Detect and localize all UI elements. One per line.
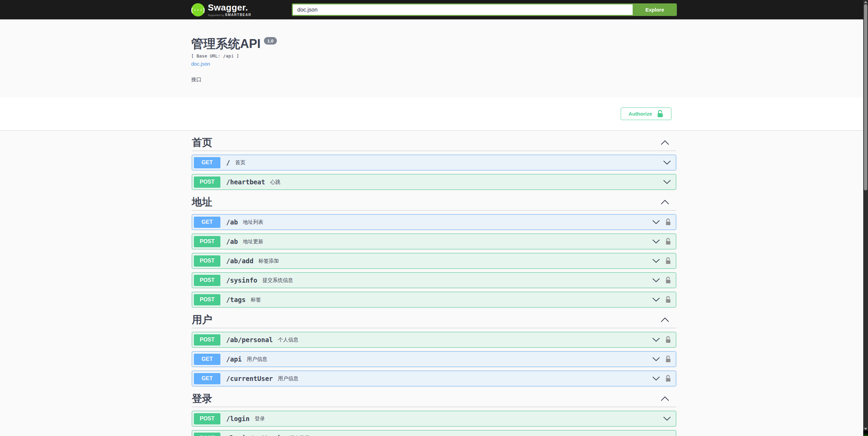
base-url: [ Base URL: /api ] — [191, 53, 677, 58]
endpoint-path: /ab — [226, 238, 238, 245]
endpoint-row[interactable]: GET/currentUser用户信息 — [192, 371, 676, 386]
endpoint-summary: 标签添加 — [258, 258, 279, 264]
endpoint-path: /login/outLogin — [226, 434, 285, 436]
endpoint-summary: 用户信息 — [278, 375, 298, 382]
method-badge: GET — [194, 157, 220, 168]
api-description: 接口 — [191, 77, 677, 83]
lock-icon[interactable] — [665, 375, 671, 382]
method-badge: GET — [194, 217, 220, 228]
tag-title: 登录 — [192, 392, 212, 405]
scrollbar-up-arrow[interactable] — [864, 1, 867, 3]
chevron-down-icon[interactable] — [663, 180, 671, 184]
endpoint-row[interactable]: POST/login/outLogin退出登录 — [192, 430, 676, 436]
endpoint-row[interactable]: POST/login登录 — [192, 411, 676, 426]
swagger-ui-page: {···} Swagger. Supported bySMARTBEAR Exp… — [0, 0, 868, 436]
chevron-down-icon[interactable] — [652, 337, 660, 342]
chevron-down-icon[interactable] — [652, 357, 660, 362]
spec-url-input[interactable] — [292, 3, 633, 16]
method-badge: POST — [194, 334, 220, 346]
chevron-down-icon[interactable] — [652, 239, 660, 244]
chevron-down-icon[interactable] — [652, 297, 660, 302]
endpoint-row[interactable]: POST/ab/personal个人信息 — [192, 332, 676, 348]
endpoint-summary: 心跳 — [270, 179, 280, 185]
chevron-up-icon[interactable] — [661, 200, 669, 205]
api-info-section: 管理系统API 1.0 [ Base URL: /api ] doc.json … — [186, 19, 682, 97]
scrollbar-corner-indicator — [863, 431, 868, 436]
endpoint-path: /ab — [226, 218, 238, 226]
scrollbar-down-arrow[interactable] — [864, 428, 867, 430]
page-title: 管理系统API — [191, 38, 261, 50]
method-badge: POST — [194, 294, 220, 305]
endpoint-summary: 标签 — [251, 297, 261, 303]
tag-header[interactable]: 地址 — [192, 196, 676, 211]
endpoint-row[interactable]: POST/ab地址更新 — [192, 234, 676, 249]
endpoint-row[interactable]: GET/ab地址列表 — [192, 214, 676, 230]
endpoint-row[interactable]: GET/api用户信息 — [192, 351, 676, 367]
api-tag-section: 地址GET/ab地址列表POST/ab地址更新POST/ab/add标签添加PO… — [192, 196, 676, 307]
method-badge: POST — [194, 255, 220, 267]
method-badge: POST — [194, 413, 220, 424]
endpoint-path: /ab/add — [226, 257, 253, 265]
lock-icon[interactable] — [665, 336, 671, 343]
swagger-brand-link[interactable]: {···} Swagger. Supported bySMARTBEAR — [191, 3, 251, 17]
page-scrollbar[interactable] — [863, 0, 868, 436]
endpoint-summary: 用户信息 — [247, 356, 267, 363]
endpoint-path: /login — [226, 415, 250, 422]
endpoint-path: /sysinfo — [226, 276, 257, 284]
scrollbar-thumb[interactable] — [864, 4, 867, 190]
spec-doc-link[interactable]: doc.json — [191, 61, 210, 67]
tag-title: 地址 — [192, 196, 212, 208]
swagger-logo-icon: {···} — [191, 3, 205, 17]
scheme-container: Authorize — [0, 97, 868, 130]
method-badge: GET — [194, 373, 220, 384]
endpoint-path: /api — [226, 355, 242, 363]
chevron-down-icon[interactable] — [652, 278, 660, 283]
lock-icon[interactable] — [665, 257, 671, 265]
chevron-up-icon[interactable] — [661, 140, 669, 145]
method-badge: POST — [194, 177, 220, 188]
lock-icon[interactable] — [665, 276, 671, 284]
endpoint-row[interactable]: POST/tags标签 — [192, 292, 676, 307]
authorize-button[interactable]: Authorize — [621, 107, 671, 120]
brand-name: Swagger. — [208, 3, 251, 12]
tag-header[interactable]: 登录 — [192, 392, 676, 407]
endpoint-row[interactable]: POST/ab/add标签添加 — [192, 253, 676, 269]
explore-button[interactable]: Explore — [633, 3, 677, 16]
endpoint-path: /ab/personal — [226, 336, 273, 343]
endpoint-row[interactable]: POST/heartbeat心跳 — [192, 174, 676, 190]
endpoint-summary: 提交系统信息 — [263, 277, 293, 284]
endpoint-path: /tags — [226, 296, 246, 303]
endpoint-row[interactable]: POST/sysinfo提交系统信息 — [192, 272, 676, 288]
version-badge: 1.0 — [264, 37, 277, 45]
endpoint-summary: 登录 — [255, 416, 265, 422]
lock-icon[interactable] — [665, 355, 671, 363]
endpoint-summary: 地址列表 — [243, 219, 263, 225]
chevron-down-icon[interactable] — [652, 376, 660, 381]
chevron-down-icon[interactable] — [663, 160, 671, 165]
method-badge: GET — [194, 354, 220, 365]
api-tag-section: 登录POST/login登录POST/login/outLogin退出登录 — [192, 392, 676, 436]
authorize-label: Authorize — [629, 111, 652, 117]
lock-icon[interactable] — [665, 296, 671, 303]
chevron-up-icon[interactable] — [661, 317, 669, 322]
tag-header[interactable]: 用户 — [192, 314, 676, 328]
lock-icon[interactable] — [665, 218, 671, 226]
endpoint-summary: 个人信息 — [278, 337, 298, 343]
endpoint-path: /heartbeat — [226, 178, 265, 186]
method-badge: POST — [194, 275, 220, 286]
topbar: {···} Swagger. Supported bySMARTBEAR Exp… — [0, 0, 868, 19]
tag-title: 首页 — [192, 136, 212, 149]
chevron-down-icon[interactable] — [652, 220, 660, 224]
endpoint-summary: 退出登录 — [290, 435, 310, 436]
api-tag-section: 用户POST/ab/personal个人信息GET/api用户信息GET/cur… — [192, 314, 676, 386]
endpoint-path: / — [226, 159, 230, 166]
chevron-down-icon[interactable] — [652, 258, 660, 263]
tag-header[interactable]: 首页 — [192, 136, 676, 151]
chevron-down-icon[interactable] — [663, 416, 671, 421]
method-badge: POST — [194, 236, 220, 247]
endpoint-row[interactable]: GET/首页 — [192, 155, 676, 170]
svg-text:{···}: {···} — [191, 7, 205, 13]
lock-icon[interactable] — [665, 238, 671, 245]
api-tag-section: 首页GET/首页POST/heartbeat心跳 — [192, 136, 676, 190]
chevron-up-icon[interactable] — [661, 396, 669, 401]
